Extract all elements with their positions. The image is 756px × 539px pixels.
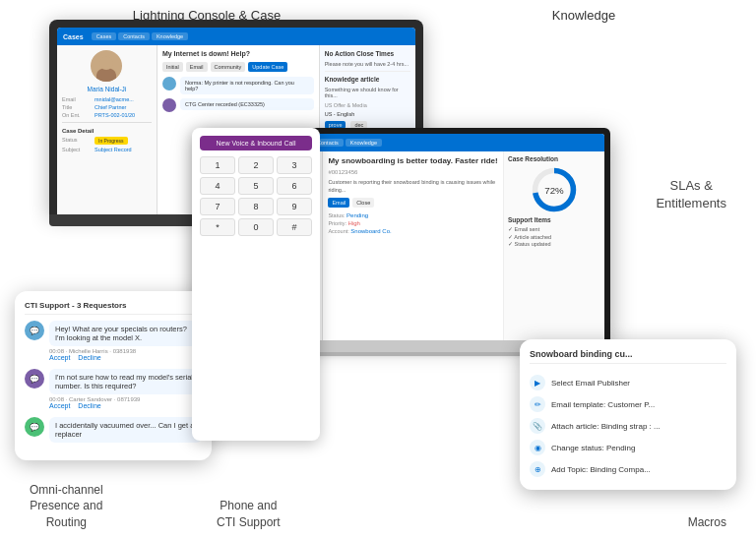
monitor-field-title: Title Chief Partner <box>62 104 152 110</box>
laptop-support-item-1: ✓ Email sent <box>508 226 600 234</box>
keypad-0[interactable]: 0 <box>238 218 274 236</box>
laptop-support-title: Support Items <box>508 216 600 223</box>
laptop-field-priority: Priority: High <box>328 220 498 226</box>
monitor-msg-content-1: Norma: My printer is not responding. Can… <box>180 77 314 94</box>
keypad-hash[interactable]: # <box>277 218 312 236</box>
laptop-btn-close[interactable]: Close <box>352 198 374 208</box>
chat-avatar-1: 💬 <box>25 321 44 340</box>
monitor-status-field: Status In Progress <box>62 137 152 145</box>
monitor-tab-knowledge[interactable]: Knowledge <box>152 32 188 40</box>
monitor-action-update[interactable]: Update Case <box>248 62 287 72</box>
keypad-2[interactable]: 2 <box>238 156 274 174</box>
laptop-tab-knowledge[interactable]: Knowledge <box>346 139 382 147</box>
keypad-1[interactable]: 1 <box>200 156 235 174</box>
laptop-main-panel: My snowboarding is better today. Faster … <box>323 151 504 340</box>
macro-title: Snowboard binding cu... <box>530 349 726 364</box>
monitor-action-email[interactable]: Email <box>186 62 208 72</box>
macro-popup: Snowboard binding cu... ▶ Select Email P… <box>520 339 736 490</box>
svg-text:72%: 72% <box>544 185 564 196</box>
laptop-main-title: My snowboarding is better today. Faster … <box>328 156 498 165</box>
monitor-tabs: Cases Contacts Knowledge <box>92 32 189 40</box>
laptop-fields: Status: Pending Priority: High Account: <box>328 212 498 234</box>
accept-btn-2[interactable]: Accept <box>49 402 70 409</box>
keypad-5[interactable]: 5 <box>238 177 274 195</box>
macro-item-1[interactable]: ▶ Select Email Publisher <box>530 372 726 393</box>
omni-channel-bubble: CTI Support - 3 Requestors 💬 Hey! What a… <box>15 291 212 460</box>
keypad-7[interactable]: 7 <box>200 198 235 215</box>
omni-channel-label-bottom: Omni-channel Presence and Routing <box>30 482 103 531</box>
monitor-left-panel: Maria Nidal-Ji Email mnidal@acme... Titl… <box>57 45 158 214</box>
monitor-case-title: My Internet is down! Help? <box>162 50 314 57</box>
laptop-chart-label: Case Resolution <box>508 155 600 162</box>
monitor-knowledge-desc: Something we should know for this... <box>325 87 410 98</box>
keypad-3[interactable]: 3 <box>277 156 312 174</box>
monitor-action-community[interactable]: Community <box>211 62 246 72</box>
keypad-9[interactable]: 9 <box>277 198 312 215</box>
chat-bubble-1: Hey! What are your specials on routers? … <box>49 321 202 346</box>
macro-attach-icon: 📎 <box>530 418 545 434</box>
monitor-lang-row: US Offer & Media <box>325 102 410 108</box>
monitor-subject-field: Subject Subject Record <box>62 147 152 152</box>
monitor-actions-row: Initial Email Community Update Case <box>162 62 314 72</box>
keypad-8[interactable]: 8 <box>238 198 274 215</box>
macro-item-4[interactable]: ◉ Change status: Pending <box>530 437 726 458</box>
macro-edit-icon: ✏ <box>530 396 545 412</box>
page-container: Lightning Console & Case Management Know… <box>0 0 756 539</box>
macro-item-label-4: Change status: Pending <box>551 444 635 452</box>
chat-message-1: 💬 Hey! What are your specials on routers… <box>25 321 202 361</box>
macro-status-icon: ◉ <box>530 440 545 455</box>
macro-item-2[interactable]: ✏ Email template: Customer P... <box>530 393 726 415</box>
monitor-msg-content-2: CTG Center recorded (EC33325) <box>180 98 314 110</box>
monitor-message-2: CTG Center recorded (EC33325) <box>162 98 314 112</box>
keypad-4[interactable]: 4 <box>200 177 235 195</box>
monitor-right-title: No Action Close Times <box>325 50 410 57</box>
macro-play-icon: ▶ <box>530 375 545 390</box>
chat-message-2: 💬 I'm not sure how to read my model's se… <box>25 369 202 409</box>
phone-keypad-bubble: New Voice & Inbound Call 1 2 3 4 5 6 7 8… <box>192 128 320 441</box>
accept-btn-1[interactable]: Accept <box>49 354 70 361</box>
macro-add-icon: ⊕ <box>530 461 545 477</box>
monitor-lang-val-row: US - English <box>325 111 410 117</box>
donut-chart: 72% <box>530 165 579 214</box>
slas-label: SLAs & Entitlements <box>656 177 726 212</box>
knowledge-label: Knowledge <box>510 8 658 23</box>
chat-avatar-3: 💬 <box>25 417 44 437</box>
chat-message-3: 💬 I accidentally vacuumed over... Can I … <box>25 417 202 443</box>
decline-btn-2[interactable]: Decline <box>78 402 100 409</box>
laptop-btn-email[interactable]: Email <box>328 198 349 208</box>
macro-item-label-5: Add Topic: Binding Compa... <box>551 465 651 474</box>
chat-bubble-3: I accidentally vacuumed over... Can I ge… <box>49 417 202 443</box>
laptop-right-panel: Case Resolution 72% Support Items ✓ Emai… <box>504 151 604 340</box>
monitor-msg-avatar-2 <box>162 98 176 112</box>
monitor-tab-cases[interactable]: Cases <box>92 32 117 40</box>
monitor-knowledge-title: Knowledge article <box>325 76 410 83</box>
monitor-topbar: Cases Cases Contacts Knowledge <box>57 28 415 45</box>
chat-bubble-2: I'm not sure how to read my model's seri… <box>49 369 202 394</box>
omni-channel-header: CTI Support - 3 Requestors <box>25 301 202 315</box>
macro-item-label-3: Attach article: Binding strap : ... <box>551 422 661 431</box>
monitor-msg-avatar-1 <box>162 77 176 90</box>
phone-cti-label-bottom: Phone and CTI Support <box>217 498 281 531</box>
macro-item-3[interactable]: 📎 Attach article: Binding strap : ... <box>530 415 726 437</box>
monitor-tab-contacts[interactable]: Contacts <box>118 32 150 40</box>
laptop-support-item-2: ✓ Article attached <box>508 234 600 242</box>
monitor-right-desc: Please note you will have 2-4 hrs... <box>325 61 410 67</box>
monitor-contact-name: Maria Nidal-Ji <box>62 86 152 92</box>
phone-header: New Voice & Inbound Call <box>200 136 312 150</box>
laptop-field-account: Account: Snowboard Co. <box>328 228 498 234</box>
laptop-support-item-3: ✓ Status updated <box>508 241 600 249</box>
keypad-star[interactable]: * <box>200 218 235 236</box>
monitor-avatar <box>91 50 122 82</box>
monitor-field-email: Email mnidal@acme... <box>62 96 152 102</box>
monitor-action-initial[interactable]: Initial <box>162 62 183 72</box>
keypad-grid: 1 2 3 4 5 6 7 8 9 * 0 # <box>200 156 312 236</box>
macros-label-bottom: Macros <box>688 514 726 531</box>
keypad-6[interactable]: 6 <box>277 177 312 195</box>
laptop-case-id: #00123456 <box>328 169 498 175</box>
decline-btn-1[interactable]: Decline <box>78 354 100 361</box>
macro-item-label-2: Email template: Customer P... <box>551 400 655 409</box>
monitor-message-1: Norma: My printer is not responding. Can… <box>162 77 314 94</box>
monitor-field-ent: On Ent. PRTS-002-01/20 <box>62 112 152 118</box>
chat-actions-2: Accept Decline <box>49 402 202 409</box>
macro-item-5[interactable]: ⊕ Add Topic: Binding Compa... <box>530 458 726 480</box>
